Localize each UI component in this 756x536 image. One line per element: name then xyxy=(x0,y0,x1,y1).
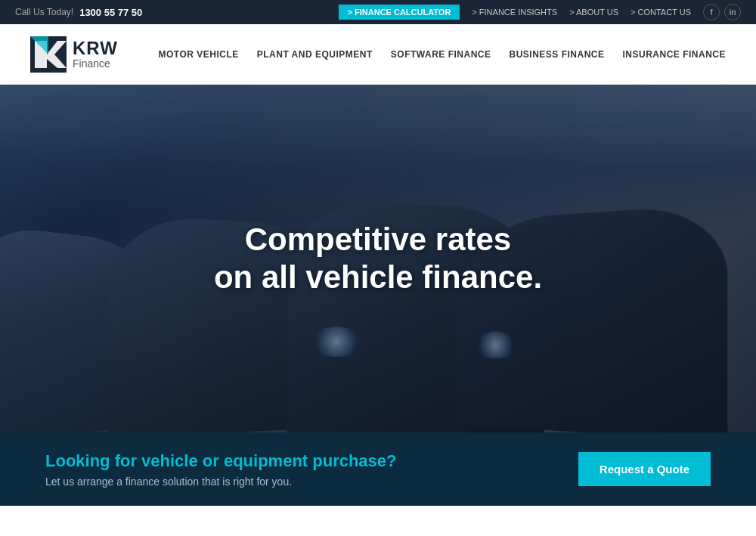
cta-bar: Looking for vehicle or equipment purchas… xyxy=(0,432,756,506)
hero-title-line1: Competitive rates xyxy=(214,221,542,259)
nav-insurance-finance[interactable]: INSURANCE FINANCE xyxy=(622,49,726,60)
phone-number: 1300 55 77 50 xyxy=(79,7,142,18)
nav-plant-equipment[interactable]: PLANT AND EQUIPMENT xyxy=(257,49,373,60)
main-nav: KRW Finance MOTOR VEHICLE PLANT AND EQUI… xyxy=(0,24,756,85)
logo-svg xyxy=(30,36,67,73)
linkedin-icon[interactable]: in xyxy=(724,4,741,20)
request-quote-button[interactable]: Request a Quote xyxy=(578,452,711,486)
top-bar-right: > FINANCE CALCULATOR > FINANCE INSIGHTS … xyxy=(339,4,741,20)
social-icons: f in xyxy=(703,4,741,20)
logo[interactable]: KRW Finance xyxy=(30,36,118,73)
contact-us-link[interactable]: > CONTACT US xyxy=(631,8,691,17)
cta-heading: Looking for vehicle or equipment purchas… xyxy=(45,451,397,471)
call-label: Call Us Today! xyxy=(15,7,73,17)
finance-calculator-button[interactable]: > FINANCE CALCULATOR xyxy=(339,5,460,20)
nav-software-finance[interactable]: SOFTWARE FINANCE xyxy=(391,49,491,60)
nav-motor-vehicle[interactable]: MOTOR VEHICLE xyxy=(158,49,238,60)
finance-insights-link[interactable]: > FINANCE INSIGHTS xyxy=(472,8,557,17)
hero-section: Competitive rates on all vehicle finance… xyxy=(0,85,756,432)
nav-links: MOTOR VEHICLE PLANT AND EQUIPMENT SOFTWA… xyxy=(158,49,726,60)
hero-title: Competitive rates on all vehicle finance… xyxy=(214,221,542,297)
logo-text: KRW Finance xyxy=(73,39,118,70)
logo-krw: KRW xyxy=(73,39,118,58)
hero-title-line2: on all vehicle finance. xyxy=(214,259,542,296)
facebook-icon[interactable]: f xyxy=(703,4,720,20)
nav-business-finance[interactable]: BUSINESS FINANCE xyxy=(509,49,604,60)
cta-subtext: Let us arrange a finance solution that i… xyxy=(45,476,397,488)
about-us-link[interactable]: > ABOUT US xyxy=(569,8,618,17)
logo-finance-text: Finance xyxy=(73,58,118,70)
hero-content: Competitive rates on all vehicle finance… xyxy=(214,221,542,297)
top-bar: Call Us Today! 1300 55 77 50 > FINANCE C… xyxy=(0,0,756,24)
cta-text-block: Looking for vehicle or equipment purchas… xyxy=(45,451,397,488)
top-bar-left: Call Us Today! 1300 55 77 50 xyxy=(15,7,142,18)
